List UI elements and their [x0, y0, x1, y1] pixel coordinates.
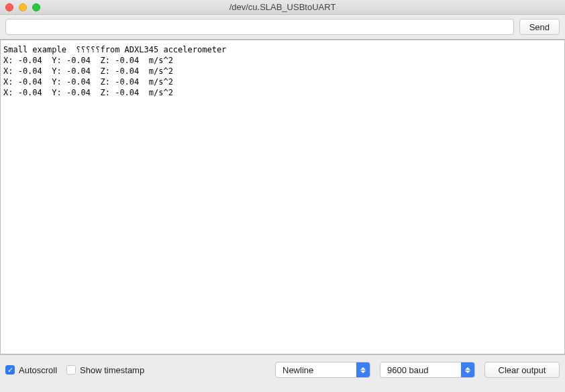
serial-console-output[interactable]: Small example ⸮⸮⸮⸮⸮from ADXL345 accelero… [0, 40, 565, 354]
chevron-down-icon [465, 371, 470, 373]
chevron-up-icon [465, 367, 470, 370]
bottombar: ✓ Autoscroll Show timestamp Newline 9600… [0, 354, 565, 385]
dropdown-arrows-icon [356, 362, 370, 377]
window-title: /dev/cu.SLAB_USBtoUART [0, 2, 565, 12]
line-ending-value: Newline [282, 365, 356, 375]
dropdown-arrows-icon [461, 362, 474, 377]
close-icon[interactable] [5, 3, 13, 11]
autoscroll-label: Autoscroll [19, 365, 57, 375]
send-button[interactable]: Send [519, 19, 560, 35]
checkmark-icon: ✓ [7, 366, 13, 374]
maximize-icon[interactable] [32, 3, 40, 11]
clear-output-button[interactable]: Clear output [484, 362, 560, 378]
titlebar: /dev/cu.SLAB_USBtoUART [0, 0, 565, 15]
checkbox-unchecked-icon [66, 365, 76, 375]
chevron-up-icon [360, 367, 366, 370]
checkbox-checked-icon: ✓ [5, 365, 15, 375]
show-timestamp-checkbox[interactable]: Show timestamp [66, 365, 144, 375]
minimize-icon[interactable] [19, 3, 27, 11]
show-timestamp-label: Show timestamp [80, 365, 144, 375]
autoscroll-checkbox[interactable]: ✓ Autoscroll [5, 365, 57, 375]
baud-rate-value: 9600 baud [387, 365, 461, 375]
serial-send-input[interactable] [5, 19, 514, 35]
window-controls [0, 3, 40, 11]
chevron-down-icon [360, 371, 366, 373]
toolbar: Send [0, 15, 565, 40]
baud-rate-select[interactable]: 9600 baud [380, 362, 475, 378]
line-ending-select[interactable]: Newline [275, 362, 370, 378]
